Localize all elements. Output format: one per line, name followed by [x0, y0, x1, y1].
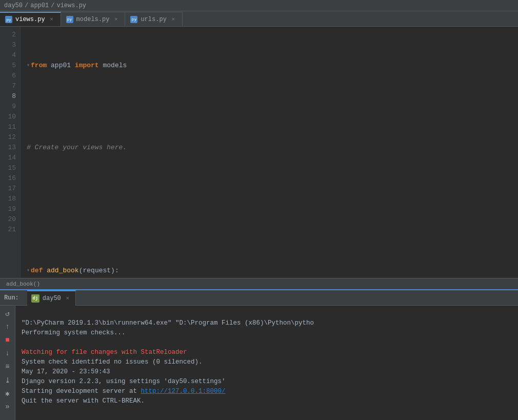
- code-line-6: [27, 225, 518, 235]
- tab-views-label: views.py: [15, 16, 45, 23]
- tab-bar: py views.py × py models.py × py urls.py …: [0, 11, 518, 27]
- tab-urls[interactable]: py urls.py ×: [125, 12, 182, 26]
- tab-models-label: models.py: [76, 16, 110, 23]
- server-url-link[interactable]: http://127.0.0.1:8000/: [141, 388, 226, 395]
- scroll-up-button[interactable]: ↑: [2, 321, 13, 332]
- run-tab-day50-label: day50: [43, 295, 61, 302]
- output-line-cmd: "D:\PyCharm 2019.1.3\bin\runnerw64.exe" …: [22, 319, 314, 327]
- editor-status-bar: add_book(): [0, 278, 518, 289]
- code-line-5: [27, 184, 518, 194]
- run-header: Run: dj day50 ×: [0, 290, 518, 306]
- tab-models[interactable]: py models.py ×: [61, 12, 126, 26]
- breadcrumb-item-2[interactable]: app01: [30, 2, 49, 9]
- output-line-checks: Performing system checks...: [22, 329, 126, 336]
- python-icon-2: py: [66, 16, 73, 23]
- run-tab-day50[interactable]: dj day50 ×: [27, 290, 76, 306]
- python-icon: py: [5, 16, 12, 23]
- output-line-no-issues: System check identified no issues (0 sil…: [22, 358, 203, 366]
- editor-content: 2 3 4 5 6 7 8 9 10 11 12 13 14 15 16 17 …: [0, 27, 518, 278]
- tab-views[interactable]: py views.py ×: [0, 12, 61, 26]
- run-body: ↺ ↑ ■ ↓ ≡ ⤓ ✱ » "D:\PyCharm 2019.1.3\bin…: [0, 306, 518, 420]
- editor-area: 2 3 4 5 6 7 8 9 10 11 12 13 14 15 16 17 …: [0, 27, 518, 289]
- breadcrumb: day50 / app01 / views.py: [0, 0, 518, 11]
- star-button[interactable]: ✱: [2, 388, 13, 399]
- output-line-watcher: Watching for file changes with StatReloa…: [22, 349, 187, 356]
- run-panel: Run: dj day50 × ↺ ↑ ■ ↓ ≡ ⤓ ✱ » "D:\PyCh…: [0, 289, 518, 420]
- code-editor[interactable]: ▾from app01 import models # Create your …: [21, 27, 518, 278]
- code-line-7: ▾def add_book(request):: [27, 266, 518, 276]
- expand-button[interactable]: »: [2, 401, 13, 412]
- run-output: "D:\PyCharm 2019.1.3\bin\runnerw64.exe" …: [15, 306, 518, 420]
- code-line-3: [27, 102, 518, 112]
- python-icon-3: py: [130, 16, 137, 23]
- django-icon: dj: [31, 294, 39, 303]
- output-line-quit: Quit the server with CTRL-BREAK.: [22, 397, 145, 405]
- tab-urls-close[interactable]: ×: [170, 16, 177, 23]
- tab-views-close[interactable]: ×: [48, 16, 55, 23]
- output-line-server-start: Starting development server at http://12…: [22, 388, 226, 395]
- run-toolbar: ↺ ↑ ■ ↓ ≡ ⤓ ✱ »: [0, 306, 15, 420]
- rerun-button[interactable]: ↺: [2, 308, 13, 319]
- run-label: Run:: [0, 294, 23, 302]
- lines-button[interactable]: ≡: [2, 361, 13, 372]
- pin-button[interactable]: ⤓: [2, 374, 13, 386]
- code-line-4: # Create your views here.: [27, 143, 518, 153]
- current-scope: add_book(): [6, 281, 40, 287]
- code-line-2: ▾from app01 import models: [27, 61, 518, 71]
- breadcrumb-item-1[interactable]: day50: [4, 2, 23, 9]
- tab-models-close[interactable]: ×: [112, 16, 119, 23]
- breadcrumb-item-3[interactable]: views.py: [56, 2, 86, 9]
- tab-urls-label: urls.py: [141, 16, 166, 23]
- line-numbers: 2 3 4 5 6 7 8 9 10 11 12 13 14 15 16 17 …: [0, 27, 21, 278]
- output-line-django-version: Django version 2.2.3, using settings 'da…: [22, 378, 226, 385]
- output-line-date: May 17, 2020 - 23:59:43: [22, 368, 110, 375]
- scroll-down-button[interactable]: ↓: [2, 348, 13, 359]
- run-tab-close[interactable]: ×: [64, 295, 71, 302]
- stop-button[interactable]: ■: [2, 334, 13, 346]
